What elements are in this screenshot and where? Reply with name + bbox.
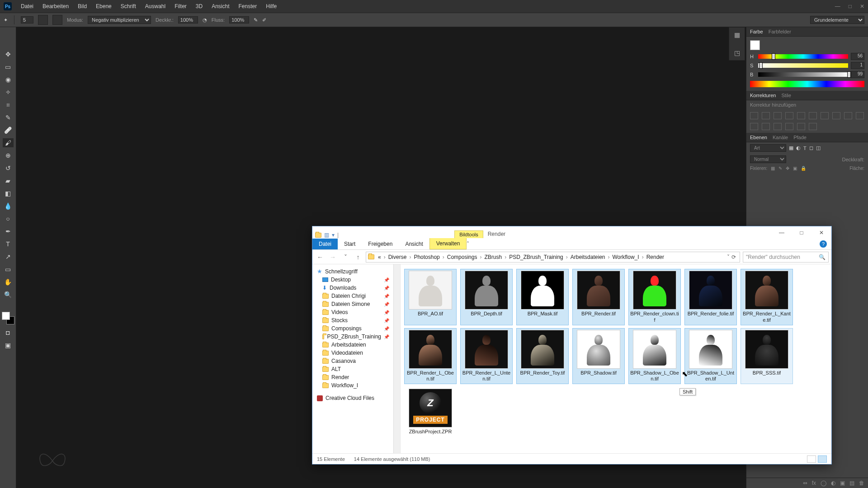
nav-item[interactable]: Dateien Simone📌: [312, 300, 400, 308]
adj-photo-icon[interactable]: [844, 112, 852, 119]
details-view-button[interactable]: [807, 455, 816, 463]
path-tool-icon[interactable]: ↗: [3, 252, 14, 261]
workspace-select[interactable]: Grundelemente: [810, 16, 864, 24]
nav-item[interactable]: ALT: [312, 365, 400, 373]
hue-slider[interactable]: [758, 54, 848, 59]
spectrum-strip[interactable]: [750, 81, 864, 87]
breadcrumb[interactable]: «›Diverse›Photoshop›Composings›ZBrush›PS…: [366, 252, 740, 263]
chevron-right-icon[interactable]: ›: [565, 254, 569, 260]
new-adjust-icon[interactable]: ◐: [831, 480, 835, 486]
nav-item[interactable]: Casanova: [312, 357, 400, 365]
nav-item[interactable]: PSD_ZBrush_Training📌: [312, 333, 400, 341]
maximize-button[interactable]: □: [792, 227, 811, 238]
dodge-tool-icon[interactable]: ○: [3, 214, 14, 223]
brush-tool-icon[interactable]: 🖌: [3, 138, 14, 147]
trash-icon[interactable]: 🗑: [859, 480, 864, 486]
history-brush-icon[interactable]: ↺: [3, 164, 14, 173]
bri-slider[interactable]: [758, 72, 848, 77]
file-item[interactable]: BPR_SSS.tif: [741, 328, 793, 385]
nav-quickaccess[interactable]: ★Schnellzugriff: [312, 267, 400, 276]
filter-smart-icon[interactable]: ◫: [816, 145, 821, 151]
nav-item[interactable]: ⬇Downloads📌: [312, 284, 400, 292]
adj-bw-icon[interactable]: [832, 112, 840, 119]
hand-tool-icon[interactable]: ✋: [3, 277, 14, 286]
color-swatches[interactable]: [2, 312, 14, 324]
stamp-tool-icon[interactable]: ⊕: [3, 151, 14, 160]
tab-manage[interactable]: Verwalten: [429, 238, 467, 249]
fg-color-swatch[interactable]: [2, 312, 10, 320]
nav-item[interactable]: Dateien Chrigi📌: [312, 292, 400, 300]
explorer-nav-pane[interactable]: ★Schnellzugriff Desktop📌⬇Downloads📌Datei…: [312, 264, 401, 453]
minimize-button[interactable]: —: [772, 227, 792, 238]
layer-filter-select[interactable]: Art: [750, 144, 786, 152]
breadcrumb-segment[interactable]: Photoshop: [412, 254, 441, 260]
airbrush-icon[interactable]: ✎: [254, 17, 258, 23]
adj-vibrance-icon[interactable]: [797, 112, 805, 119]
nav-item[interactable]: Videos📌: [312, 308, 400, 316]
search-icon[interactable]: 🔍: [819, 254, 826, 260]
file-item[interactable]: BPR_Render_L_Unten.tif: [460, 328, 513, 385]
hue-value[interactable]: 56: [851, 53, 864, 60]
adj-hue-icon[interactable]: [809, 112, 817, 119]
help-icon[interactable]: ?: [820, 240, 827, 248]
menu-ansicht[interactable]: Ansicht: [207, 3, 234, 9]
properties-panel-icon[interactable]: ◳: [732, 48, 741, 57]
filter-pixel-icon[interactable]: ▦: [789, 145, 793, 151]
type-tool-icon[interactable]: T: [3, 239, 14, 249]
file-item[interactable]: BPR_Shadow_L_Oben.tif: [628, 328, 681, 385]
adj-brightness-icon[interactable]: [750, 112, 758, 119]
explorer-file-view[interactable]: Shift ⬉ BPR_AO.tifBPR_Depth.tifBPR_Mask.…: [401, 264, 831, 453]
breadcrumb-segment[interactable]: Render: [645, 254, 666, 260]
flow-input[interactable]: [229, 16, 249, 23]
sat-slider[interactable]: [758, 63, 848, 68]
file-item[interactable]: ZPROJECTZBrushProject.ZPR: [404, 387, 457, 437]
panel-fg-swatch[interactable]: [750, 40, 760, 50]
chevron-right-icon[interactable]: ›: [383, 254, 387, 260]
new-layer-icon[interactable]: ▤: [849, 480, 854, 486]
lock-trans-icon[interactable]: ▦: [771, 166, 775, 171]
eraser-tool-icon[interactable]: ▰: [3, 176, 14, 185]
menu-hilfe[interactable]: Hilfe: [261, 3, 281, 9]
menu-bild[interactable]: Bild: [73, 3, 91, 9]
contextual-tab-bildtools[interactable]: Bildtools: [454, 230, 483, 238]
breadcrumb-segment[interactable]: Composings: [445, 254, 479, 260]
adj-mixer-icon[interactable]: [856, 112, 864, 119]
adj-levels-icon[interactable]: [762, 112, 770, 119]
tab-channels[interactable]: Kanäle: [773, 135, 788, 140]
lasso-tool-icon[interactable]: ◉: [3, 75, 14, 84]
breadcrumb-dropdown-icon[interactable]: ˅: [727, 254, 730, 260]
close-button[interactable]: ✕: [811, 227, 831, 238]
breadcrumb-segment[interactable]: «: [376, 254, 383, 260]
minimize-icon[interactable]: —: [835, 3, 840, 9]
nav-creative-cloud[interactable]: Creative Cloud Files: [312, 394, 400, 402]
chevron-right-icon[interactable]: ›: [641, 254, 645, 260]
tab-styles[interactable]: Stile: [781, 93, 791, 98]
adj-invert-icon[interactable]: [762, 123, 770, 130]
eyedropper-tool-icon[interactable]: ✎: [3, 113, 14, 122]
nav-item[interactable]: Workflow_I: [312, 381, 400, 389]
adj-thresh-icon[interactable]: [785, 123, 793, 130]
brush-tool-icon[interactable]: ✦: [4, 17, 8, 23]
nav-item[interactable]: Desktop📌: [312, 276, 400, 284]
qat-props-icon[interactable]: ▥: [324, 232, 329, 238]
tab-file[interactable]: Datei: [312, 239, 338, 249]
nav-item[interactable]: Render: [312, 373, 400, 381]
breadcrumb-segment[interactable]: PSD_ZBrush_Training: [507, 254, 565, 260]
quickmask-icon[interactable]: ◘: [3, 328, 14, 337]
ps-window-controls[interactable]: — □ ✕: [835, 3, 864, 9]
file-item[interactable]: BPR_Render_clown.tif: [628, 269, 681, 325]
lock-paint-icon[interactable]: ✎: [778, 166, 782, 171]
sat-value[interactable]: 1: [851, 62, 864, 69]
lock-pos-icon[interactable]: ✥: [786, 166, 789, 171]
qat-new-icon[interactable]: ▾: [332, 232, 335, 238]
adj-colorbal-icon[interactable]: [821, 112, 829, 119]
crop-tool-icon[interactable]: ⌗: [3, 100, 14, 109]
lock-artb-icon[interactable]: ▣: [793, 166, 797, 171]
adj-gradmap-icon[interactable]: [797, 123, 805, 130]
move-tool-icon[interactable]: ✥: [3, 50, 14, 59]
thumbnail-view-button[interactable]: [818, 455, 827, 463]
filter-shape-icon[interactable]: ◻: [809, 145, 813, 151]
file-item[interactable]: BPR_Render_folie.tif: [684, 269, 737, 325]
nav-up-button[interactable]: ↑: [353, 252, 363, 262]
nav-back-button[interactable]: ←: [315, 252, 325, 262]
